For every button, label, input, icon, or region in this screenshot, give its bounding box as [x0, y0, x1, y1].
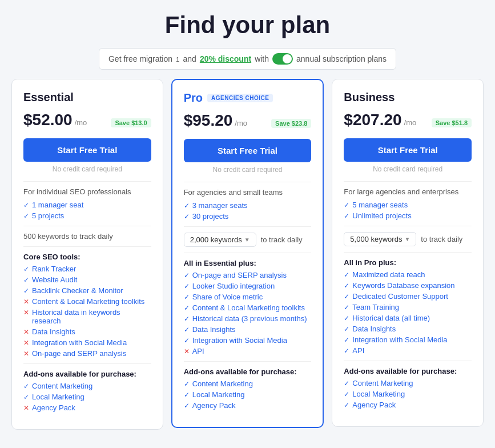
check-icon: ✓	[184, 304, 190, 312]
for-text-business: For large agencies and enterprises	[344, 187, 472, 196]
keyword-label-business: to track daily	[421, 235, 462, 243]
addon-text: Agency Pack	[192, 401, 236, 410]
save-badge-business: Save $51.8	[432, 118, 472, 127]
feature-text: 5 manager seats	[352, 201, 408, 209]
check-icon: ✓	[344, 314, 349, 322]
check-icon: ✓	[344, 303, 349, 311]
check-icon: ✓	[184, 315, 190, 323]
subtitle-and: and	[183, 54, 196, 63]
core-list-business: ✓Maximized data reach✓Keywords Database …	[344, 270, 472, 355]
list-item: ✓Unlimited projects	[344, 211, 472, 220]
core-feature-text: Historical data (all time)	[352, 314, 430, 322]
list-item: ✓Website Audit	[23, 275, 151, 284]
check-icon: ✓	[184, 202, 190, 210]
cta-button-pro[interactable]: Start Free Trial	[184, 139, 312, 162]
list-item: ✕Data Insights	[23, 327, 151, 336]
core-list-pro: ✓On-page and SERP analysis✓Looker Studio…	[184, 271, 312, 355]
core-feature-text: Looker Studio integration	[192, 282, 275, 290]
feature-text: 1 manager seat	[32, 201, 83, 209]
check-icon: ✓	[184, 282, 190, 290]
check-icon: ✓	[344, 293, 349, 301]
core-feature-text: Keywords Database expansion	[352, 281, 454, 290]
check-icon: ✓	[184, 213, 190, 221]
list-item: ✓3 manager seats	[184, 201, 312, 210]
list-item: ✓Agency Pack	[344, 401, 472, 409]
keyword-select-pro[interactable]: 2,000 keywords ▼	[184, 233, 256, 247]
list-item: ✓Data Insights	[184, 325, 312, 334]
check-icon: ✓	[23, 212, 29, 220]
divider-addon-essential	[23, 363, 151, 364]
per-mo-business: /mo	[404, 118, 417, 127]
keyword-select-business[interactable]: 5,000 keywords ▼	[344, 232, 416, 246]
list-item: ✓Content Marketing	[344, 379, 472, 387]
addons-title-pro: Add-ons available for purchase:	[184, 367, 312, 376]
check-icon: ✓	[184, 271, 190, 279]
list-item: ✕Content & Local Marketing toolkits	[23, 297, 151, 306]
no-credit-essential: No credit card required	[23, 165, 151, 173]
list-item: ✕Historical data in keywords research	[23, 308, 151, 325]
addon-text: Content Marketing	[32, 382, 92, 390]
check-icon: ✓	[23, 265, 29, 273]
feature-list-business: ✓5 manager seats✓Unlimited projects	[344, 201, 472, 220]
keyword-row-essential: 500 keywords to track daily	[23, 232, 151, 241]
core-feature-text: Share of Voice metric	[192, 293, 263, 301]
list-item: ✓Team Training	[344, 303, 472, 311]
plan-name-business: Business	[344, 91, 395, 104]
divider-kw-business	[344, 226, 472, 226]
toggle-switch[interactable]	[272, 53, 293, 65]
annual-toggle[interactable]	[272, 53, 293, 65]
list-item: ✓Data Insights	[344, 325, 472, 333]
core-title-pro: All in Essential plus:	[184, 259, 312, 267]
price-row-essential: $52.00 /mo Save $13.0	[23, 111, 151, 129]
cta-button-business[interactable]: Start Free Trial	[344, 138, 472, 162]
price-row-pro: $95.20 /mo Save $23.8	[184, 111, 312, 130]
core-feature-text: Content & Local Marketing toolkits	[192, 303, 305, 312]
list-item: ✓Integration with Social Media	[344, 335, 472, 344]
feature-list-pro: ✓3 manager seats✓30 projects	[184, 201, 312, 221]
core-title-essential: Core SEO tools:	[23, 253, 151, 261]
check-icon: ✓	[344, 201, 349, 209]
check-icon: ✓	[23, 276, 29, 284]
core-feature-text: On-page and SERP analysis	[192, 271, 287, 279]
list-item: ✓Integration with Social Media	[184, 336, 312, 345]
check-icon: ✓	[184, 293, 190, 301]
divider-business-1	[344, 181, 472, 182]
feature-text: 30 projects	[192, 212, 229, 221]
cross-icon: ✕	[23, 309, 29, 317]
no-credit-business: No credit card required	[344, 165, 472, 173]
keyword-label-essential: 500 keywords to track daily	[23, 232, 113, 241]
core-feature-text: Integration with Social Media	[192, 336, 287, 345]
per-mo-pro: /mo	[235, 119, 247, 127]
agency-badge: AGENCIES CHOICE	[207, 94, 273, 102]
check-icon: ✓	[344, 325, 349, 333]
core-feature-text: Dedicated Customer Support	[352, 292, 448, 301]
subtitle-prefix: Get free migration	[108, 54, 172, 63]
check-icon: ✓	[184, 380, 190, 388]
for-text-essential: For individual SEO professionals	[23, 187, 151, 196]
divider-core-essential	[23, 246, 151, 247]
list-item: ✓Rank Tracker	[23, 265, 151, 273]
chevron-down-icon: ▼	[244, 237, 250, 243]
check-icon: ✓	[344, 390, 349, 398]
check-icon: ✓	[184, 402, 190, 410]
list-item: ✓5 manager seats	[344, 201, 472, 209]
list-item: ✕API	[184, 347, 312, 355]
save-badge-essential: Save $13.0	[111, 118, 151, 127]
addon-list-essential: ✓Content Marketing✓Local Marketing✕Agenc…	[23, 382, 151, 412]
core-feature-text: Data Insights	[352, 325, 396, 333]
plans-container: Essential $52.00 /mo Save $13.0 Start Fr…	[11, 79, 484, 430]
list-item: ✓Agency Pack	[184, 401, 312, 410]
list-item: ✓Dedicated Customer Support	[344, 292, 472, 301]
addon-text: Content Marketing	[192, 379, 253, 388]
plan-name-pro: Pro	[184, 91, 203, 105]
list-item: ✓Keywords Database expansion	[344, 281, 472, 290]
cta-button-essential[interactable]: Start Free Trial	[23, 138, 151, 162]
core-feature-text: Data Insights	[32, 327, 75, 336]
list-item: ✓Content Marketing	[23, 382, 151, 390]
addon-text: Local Marketing	[352, 390, 405, 398]
subtitle-bar: Get free migration1 and 20% discount wit…	[99, 48, 396, 70]
list-item: ✓Backlink Checker & Monitor	[23, 286, 151, 295]
check-icon: ✓	[23, 201, 29, 209]
plan-name-essential: Essential	[23, 91, 74, 104]
chevron-down-icon: ▼	[404, 236, 410, 242]
